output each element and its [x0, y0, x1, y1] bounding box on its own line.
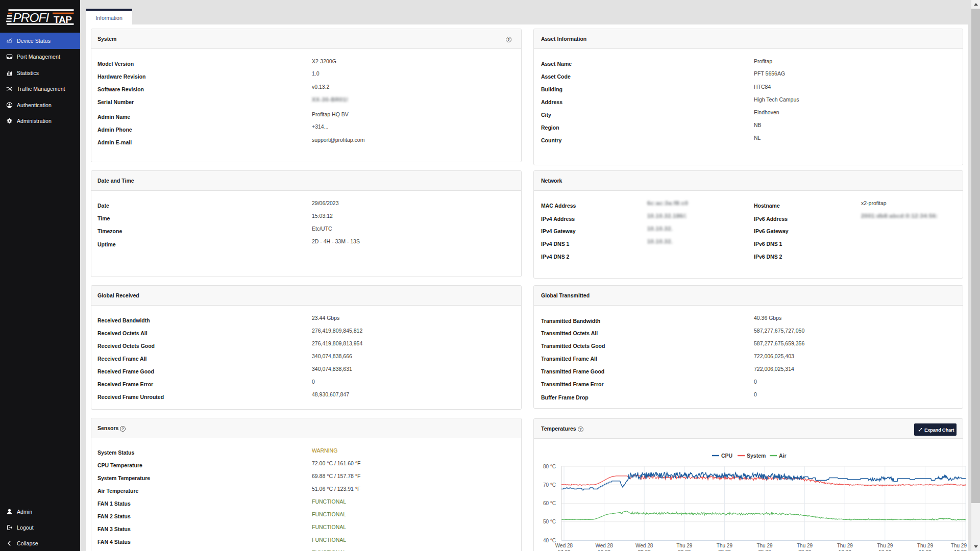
svg-text:03:00: 03:00: [718, 549, 731, 551]
svg-text:05:30: 05:30: [758, 549, 771, 551]
svg-text:PROFI: PROFI: [13, 11, 50, 24]
svg-text:22:00: 22:00: [638, 549, 651, 551]
svg-text:Thu 29: Thu 29: [877, 543, 893, 548]
svg-text:40 °C: 40 °C: [543, 538, 556, 543]
svg-text:Thu 29: Thu 29: [951, 543, 967, 548]
svg-text:Wed 28: Wed 28: [555, 543, 573, 548]
svg-text:Thu 29: Thu 29: [676, 543, 693, 548]
svg-text:TAP: TAP: [54, 14, 72, 25]
svg-text:15:30: 15:30: [919, 549, 932, 551]
svg-text:Thu 29: Thu 29: [717, 543, 733, 548]
svg-text:08:00: 08:00: [798, 549, 811, 551]
svg-text:Thu 29: Thu 29: [756, 543, 773, 548]
svg-text:00:30: 00:30: [678, 549, 691, 551]
svg-text:70 °C: 70 °C: [543, 482, 556, 488]
svg-text:60 °C: 60 °C: [543, 500, 556, 506]
svg-text:System: System: [747, 453, 766, 459]
svg-text:Thu 29: Thu 29: [797, 543, 813, 548]
svg-text:13:00: 13:00: [878, 549, 891, 551]
svg-text:80 °C: 80 °C: [543, 464, 556, 469]
svg-text:17:00: 17:00: [557, 549, 570, 551]
svg-text:19:30: 19:30: [598, 549, 610, 551]
svg-text:18:00: 18:00: [954, 549, 967, 551]
svg-text:Thu 29: Thu 29: [917, 543, 934, 548]
svg-text:CPU: CPU: [721, 453, 732, 459]
svg-text:Wed 28: Wed 28: [635, 543, 653, 548]
svg-text:Wed 28: Wed 28: [595, 543, 613, 548]
svg-text:Thu 29: Thu 29: [837, 543, 853, 548]
svg-text:50 °C: 50 °C: [543, 519, 556, 524]
svg-text:Air: Air: [779, 453, 787, 459]
svg-text:10:30: 10:30: [839, 549, 851, 551]
